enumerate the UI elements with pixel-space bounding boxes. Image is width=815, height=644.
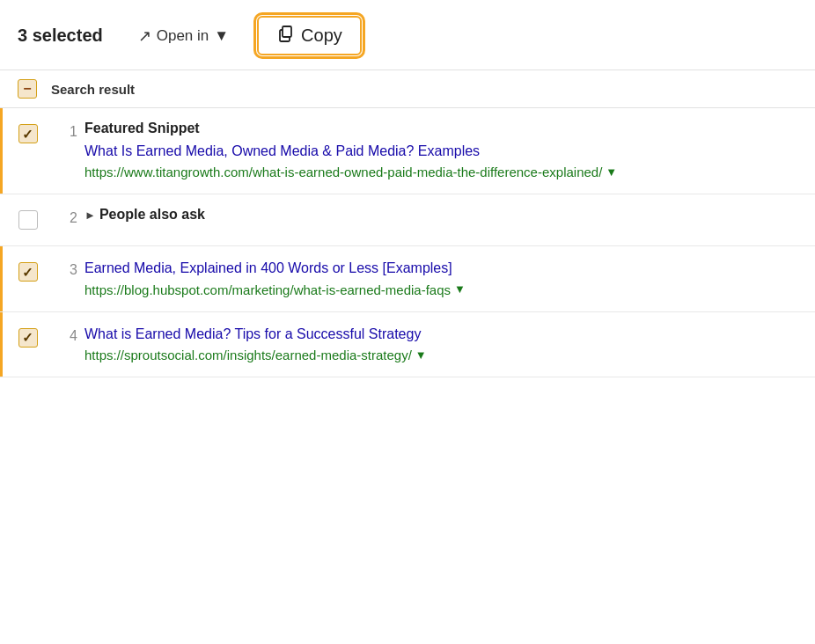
result-link-title-1[interactable]: What Is Earned Media, Owned Media & Paid…	[84, 142, 797, 161]
result-link-title-3[interactable]: Earned Media, Explained in 400 Words or …	[84, 259, 797, 278]
copy-icon	[276, 25, 294, 47]
url-text-4: https://sproutsocial.com/insights/earned…	[84, 346, 412, 364]
selected-count: 3 selected	[18, 26, 103, 46]
column-header-search-result: Search result	[51, 82, 135, 97]
row-number-2: 2	[53, 194, 84, 245]
row-checkbox-1[interactable]	[18, 124, 38, 143]
url-chevron-3: ▼	[454, 282, 466, 297]
row-checkbox-3[interactable]	[18, 262, 38, 282]
url-chevron-4: ▼	[415, 348, 427, 363]
row-checkbox-2[interactable]	[18, 210, 38, 230]
row-content-2: ►People also ask	[84, 194, 815, 245]
url-text-3: https://blog.hubspot.com/marketing/what-…	[84, 281, 451, 299]
url-chevron-1: ▼	[606, 165, 617, 180]
row-select-col-2	[0, 194, 53, 245]
row-content-4: What is Earned Media? Tips for a Success…	[84, 312, 815, 377]
copy-button[interactable]: Copy	[257, 16, 362, 55]
row-checkbox-4[interactable]	[18, 328, 38, 348]
result-url-1[interactable]: https://www.titangrowth.com/what-is-earn…	[84, 163, 797, 181]
table-header: Search result	[0, 70, 815, 108]
url-text-1: https://www.titangrowth.com/what-is-earn…	[84, 163, 602, 181]
row-content-3: Earned Media, Explained in 400 Words or …	[84, 246, 815, 311]
result-url-4[interactable]: https://sproutsocial.com/insights/earned…	[84, 346, 797, 364]
row-number-3: 3	[53, 246, 84, 311]
triangle-icon-2: ►	[84, 209, 96, 222]
table-row: 4 What is Earned Media? Tips for a Succe…	[0, 312, 815, 377]
results-list: 1 Featured Snippet What Is Earned Media,…	[0, 108, 815, 377]
open-in-button[interactable]: ↗ Open in ▼	[131, 21, 236, 51]
result-type-1: Featured Snippet	[84, 121, 797, 136]
toolbar: 3 selected ↗ Open in ▼ Copy	[0, 0, 815, 70]
row-number-1: 1	[53, 108, 84, 194]
row-number-4: 4	[53, 312, 84, 377]
table-row: 3 Earned Media, Explained in 400 Words o…	[0, 246, 815, 311]
select-all-checkbox[interactable]	[18, 79, 37, 99]
row-select-col-3	[0, 246, 53, 311]
result-url-3[interactable]: https://blog.hubspot.com/marketing/what-…	[84, 281, 797, 299]
result-type-2: ►People also ask	[84, 207, 797, 223]
table-row: 1 Featured Snippet What Is Earned Media,…	[0, 108, 815, 194]
result-link-title-4[interactable]: What is Earned Media? Tips for a Success…	[84, 325, 797, 344]
table-row: 2 ►People also ask	[0, 194, 815, 246]
svg-rect-1	[283, 26, 291, 37]
open-in-label: Open in	[157, 27, 209, 45]
row-content-1: Featured Snippet What Is Earned Media, O…	[84, 108, 815, 194]
row-select-col-4	[0, 312, 53, 377]
dropdown-icon: ▼	[214, 27, 229, 45]
external-link-icon: ↗	[138, 26, 151, 46]
copy-label: Copy	[301, 26, 342, 46]
row-select-col-1	[0, 108, 53, 194]
